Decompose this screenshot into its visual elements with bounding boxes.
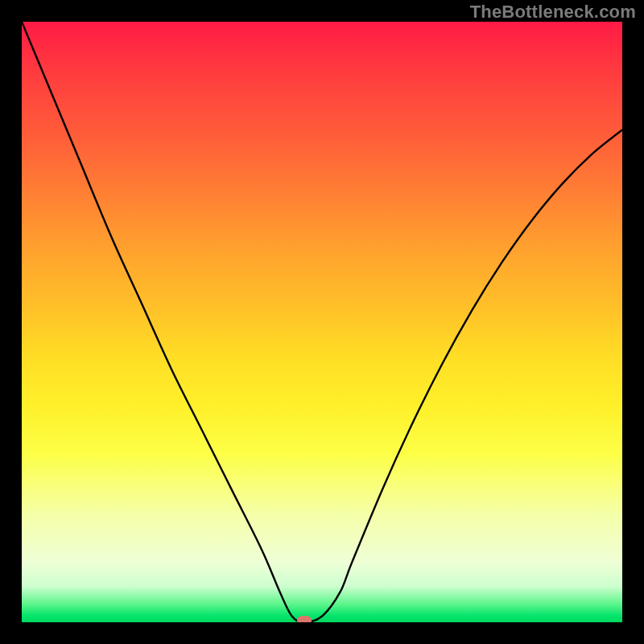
watermark-text: TheBottleneck.com: [470, 2, 636, 23]
chart-frame: TheBottleneck.com: [0, 0, 644, 644]
plot-area: [22, 22, 622, 622]
bottleneck-curve: [22, 22, 622, 622]
trough-marker: [297, 616, 312, 622]
curve-line: [22, 22, 622, 622]
